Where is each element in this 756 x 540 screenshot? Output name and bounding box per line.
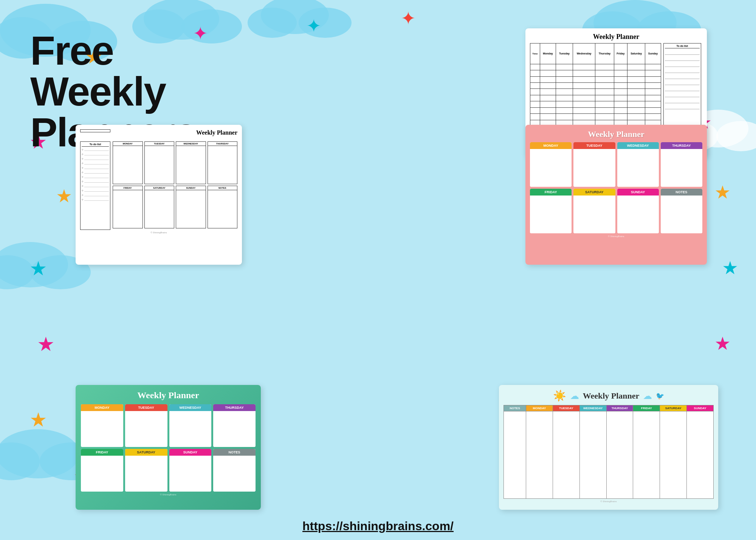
pbl-title: Weekly Planner	[81, 390, 256, 400]
star-cyan-4: ★	[722, 257, 738, 278]
pmr-days-top: MONDAY TUESDAY WEDNESDAY THURSDAY	[530, 142, 702, 187]
star-pink-3: ★	[37, 333, 55, 355]
pbl-watermark: © ShiningBrains	[81, 493, 256, 496]
pml-title: Weekly Planner	[196, 129, 237, 136]
pml-todo: To do list	[80, 141, 110, 230]
pmr-watermark: © ShiningBrains	[530, 235, 702, 237]
planner-mid-right: Weekly Planner MONDAY TUESDAY WEDNESDAY …	[525, 125, 707, 265]
pml-header-box	[80, 129, 110, 132]
pbr-watermark: © ShiningBrains	[503, 500, 714, 503]
pmr-days-bottom: FRIDAY SATURDAY SUNDAY NOTES	[530, 189, 702, 233]
pml-watermark: © ShiningBrains	[80, 231, 237, 234]
svg-point-14	[716, 121, 756, 151]
ptr-todo: To do list	[663, 43, 701, 126]
svg-point-18	[0, 429, 79, 478]
pml-days: MONDAY TUESDAY WEDNESDAY THURSDAY FRIDAY…	[113, 141, 237, 230]
star-orange-5: ★	[714, 182, 731, 203]
planner-bot-right: ☀️ ☁ Weekly Planner ☁ 🐦 NOTES MONDAY TUE…	[499, 385, 718, 510]
star-pink-4: ★	[714, 333, 731, 354]
star-orange-3: ★	[56, 185, 72, 206]
svg-point-19	[0, 442, 40, 480]
ptr-title: Weekly Planner	[530, 33, 702, 41]
star-orange-4: ★	[29, 408, 47, 431]
pbr-header: ☀️ ☁ Weekly Planner ☁ 🐦	[503, 389, 714, 402]
pbr-title: Weekly Planner	[583, 391, 640, 401]
pbr-notes-header: NOTES	[504, 405, 526, 411]
pbr-table: NOTES MONDAY TUESDAY WEDNESDAY THURSDAY …	[503, 405, 714, 499]
bottom-url[interactable]: https://shiningbrains.com/	[302, 519, 454, 533]
star-cyan-2: ★	[29, 257, 47, 280]
pbl-days-top: MONDAY TUESDAY WEDNESDAY THURSDAY	[81, 404, 256, 447]
planner-mid-left: Weekly Planner To do list MONDAY TUESDAY…	[76, 125, 242, 265]
svg-point-7	[248, 8, 297, 38]
star-red-1: ✦	[401, 8, 416, 29]
pmr-title: Weekly Planner	[530, 129, 702, 139]
pbl-days-bottom: FRIDAY SATURDAY SUNDAY NOTES	[81, 449, 256, 492]
ptr-table: Time Monday Tuesday Wednesday Thursday F…	[530, 43, 661, 126]
star-cyan-1: ✦	[306, 15, 321, 36]
ptr-todo-title: To do list	[665, 45, 700, 48]
pml-todo-title: To do list	[82, 143, 109, 147]
svg-point-16	[0, 255, 34, 289]
planner-bot-left: Weekly Planner MONDAY TUESDAY WEDNESDAY …	[76, 385, 261, 510]
